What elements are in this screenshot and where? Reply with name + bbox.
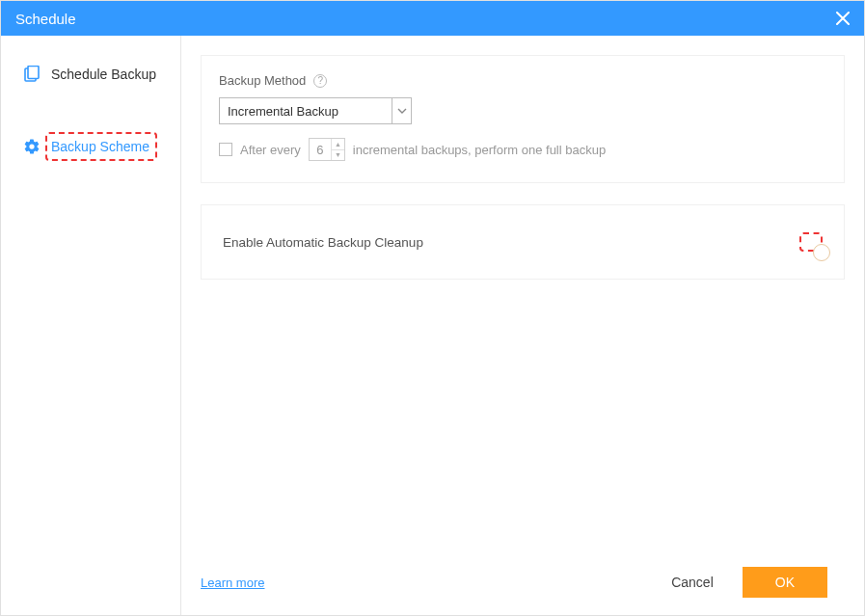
- after-every-stepper[interactable]: ▲ ▼: [309, 138, 345, 161]
- cleanup-panel: Enable Automatic Backup Cleanup: [201, 204, 845, 280]
- window-title: Schedule: [15, 11, 836, 27]
- sidebar-item-label: Schedule Backup: [51, 67, 156, 82]
- backup-method-label: Backup Method: [219, 73, 306, 88]
- help-icon[interactable]: ?: [313, 74, 327, 88]
- titlebar: Schedule: [1, 1, 864, 36]
- after-every-checkbox[interactable]: [219, 143, 232, 156]
- backup-method-panel: Backup Method ? Incremental Backup After…: [201, 55, 845, 183]
- svg-rect-1: [28, 67, 39, 79]
- learn-more-link[interactable]: Learn more: [201, 576, 264, 590]
- sidebar-item-schedule-backup[interactable]: Schedule Backup: [1, 55, 180, 94]
- cancel-button[interactable]: Cancel: [652, 567, 733, 598]
- cleanup-label: Enable Automatic Backup Cleanup: [223, 235, 423, 250]
- after-every-pre-label: After every: [240, 143, 301, 157]
- after-every-post-label: incremental backups, perform one full ba…: [353, 143, 606, 157]
- sidebar-item-label: Backup Scheme: [45, 132, 157, 161]
- backup-method-select[interactable]: Incremental Backup: [219, 97, 412, 124]
- close-icon[interactable]: [836, 9, 850, 28]
- stepper-up-icon[interactable]: ▲: [332, 139, 344, 150]
- after-every-input[interactable]: [310, 139, 331, 160]
- ok-button[interactable]: OK: [743, 567, 827, 598]
- stepper-down-icon[interactable]: ▼: [332, 150, 344, 161]
- backup-method-value: Incremental Backup: [220, 104, 392, 119]
- sidebar: Schedule Backup Backup Scheme: [1, 36, 181, 615]
- toggle-knob: [813, 244, 830, 261]
- chevron-down-icon: [392, 98, 411, 123]
- gear-icon: [22, 137, 41, 156]
- footer: Learn more Cancel OK: [201, 553, 845, 615]
- sidebar-item-backup-scheme[interactable]: Backup Scheme: [1, 122, 180, 171]
- cleanup-toggle-highlight: [799, 232, 823, 252]
- calendar-icon: [22, 65, 41, 84]
